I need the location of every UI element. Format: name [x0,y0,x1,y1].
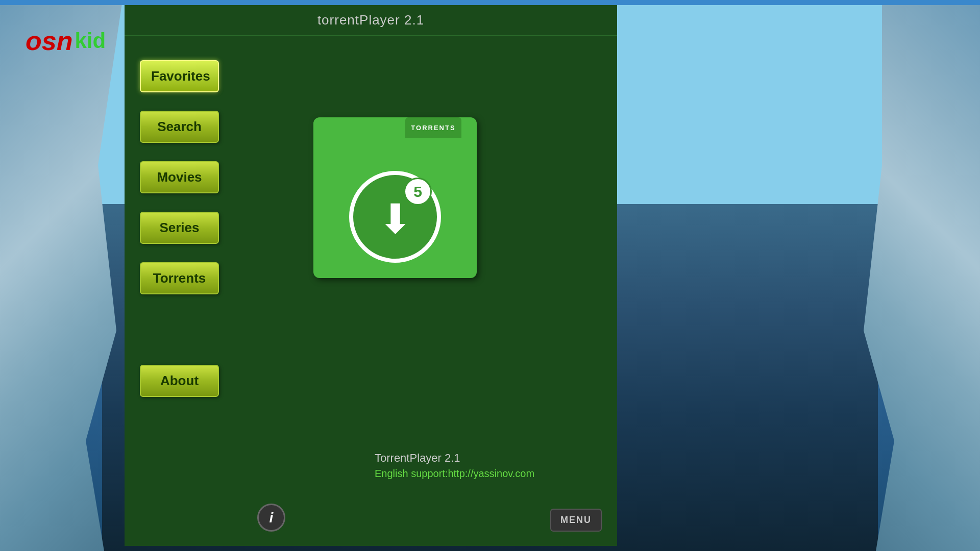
app-version-text: TorrentPlayer 2.1 [375,452,534,465]
main-panel: torrentPlayer 2.1 Favorites Search Movie… [125,5,617,546]
osn-text: osn [26,26,72,56]
about-wrapper: About [140,365,602,397]
app-title: torrentPlayer 2.1 [317,12,424,28]
folder-tab-label: TORRENTS [405,117,461,138]
top-bar [0,0,980,5]
about-button[interactable]: About [140,365,219,397]
torrent-icon: TORRENTS ⬇ 5 [313,117,477,278]
torrent-count-badge: 5 [404,178,432,206]
support-link-text: English support:http://yassinov.com [375,468,534,480]
kid-text: kid [75,29,106,53]
movies-button[interactable]: Movies [140,161,219,193]
torrents-button[interactable]: Torrents [140,262,219,294]
favorites-button[interactable]: Favorites [140,60,219,92]
series-button[interactable]: Series [140,212,219,244]
title-bar: torrentPlayer 2.1 [125,5,617,36]
search-button[interactable]: Search [140,111,219,143]
osn-logo: osn kid [26,26,106,56]
favorites-wrapper: Favorites [140,51,602,102]
download-circle: ⬇ 5 [349,171,441,263]
info-button[interactable]: i [257,504,285,532]
about-info: TorrentPlayer 2.1 English support:http:/… [375,452,534,480]
menu-button[interactable]: MENU [550,509,602,532]
torrent-icon-area: TORRENTS ⬇ 5 [313,117,477,278]
download-arrow-icon: ⬇ [378,199,412,240]
